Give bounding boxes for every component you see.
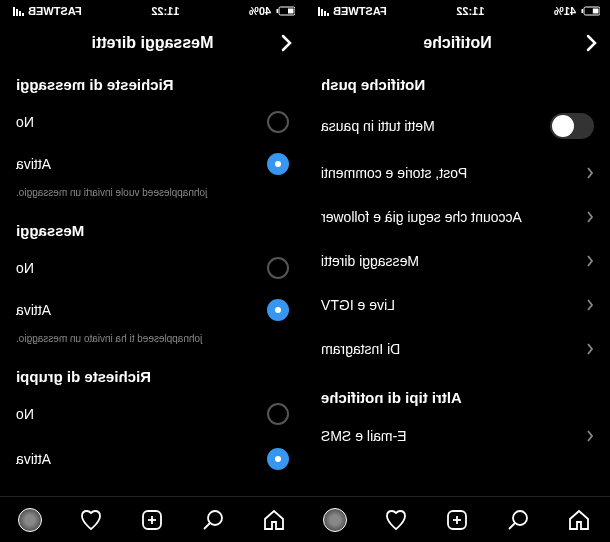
bottom-nav bbox=[305, 496, 610, 542]
hint-text: johnappleseed ti ha inviato un messaggio… bbox=[0, 331, 305, 356]
status-bar: 41% 11:22 FASTWEB bbox=[305, 0, 610, 22]
svg-rect-16 bbox=[324, 11, 326, 16]
section-richieste: Richieste di messaggi bbox=[0, 64, 305, 101]
chevron-right-icon bbox=[586, 210, 594, 224]
chevron-right-icon bbox=[586, 298, 594, 312]
battery-icon bbox=[275, 6, 295, 16]
chevron-right-icon bbox=[586, 429, 594, 443]
messages-screen: 40% 11:22 FASTWEB Messaggi diretti Richi… bbox=[0, 0, 305, 542]
svg-rect-2 bbox=[277, 9, 279, 13]
svg-point-7 bbox=[209, 511, 223, 525]
radio-label: No bbox=[16, 114, 34, 130]
radio-checked[interactable] bbox=[267, 153, 289, 175]
svg-point-19 bbox=[514, 511, 528, 525]
section-messaggi: Messaggi bbox=[0, 210, 305, 247]
svg-line-20 bbox=[510, 523, 516, 529]
radio-unchecked[interactable] bbox=[267, 257, 289, 279]
battery-percent: 41% bbox=[554, 5, 576, 17]
screen-header: Messaggi diretti bbox=[0, 22, 305, 64]
status-time: 11:22 bbox=[151, 5, 179, 17]
bottom-nav bbox=[0, 496, 305, 542]
row-direct-messages[interactable]: Messaggi diretti bbox=[305, 239, 610, 283]
page-title: Messaggi diretti bbox=[0, 34, 305, 52]
radio-row-no[interactable]: No bbox=[0, 393, 305, 435]
avatar-icon bbox=[19, 508, 43, 532]
row-live-igtv[interactable]: Live e IGTV bbox=[305, 283, 610, 327]
signal-icon bbox=[315, 6, 329, 16]
radio-unchecked[interactable] bbox=[267, 403, 289, 425]
svg-rect-5 bbox=[16, 9, 18, 16]
status-time: 11:22 bbox=[456, 5, 484, 17]
carrier-name: FASTWEB bbox=[28, 5, 82, 17]
nav-home[interactable] bbox=[560, 500, 600, 540]
nav-home[interactable] bbox=[255, 500, 295, 540]
row-label: E-mail e SMS bbox=[321, 428, 407, 444]
carrier-name: FASTWEB bbox=[333, 5, 387, 17]
nav-search[interactable] bbox=[499, 500, 539, 540]
row-label: Post, storie e commenti bbox=[321, 165, 467, 181]
radio-row-attiva[interactable]: Attiva bbox=[0, 435, 305, 475]
nav-add[interactable] bbox=[438, 500, 478, 540]
radio-label: No bbox=[16, 406, 34, 422]
battery-icon bbox=[580, 6, 600, 16]
svg-rect-3 bbox=[22, 13, 24, 16]
section-other: Altri tipi di notifiche bbox=[305, 371, 610, 414]
svg-rect-13 bbox=[593, 9, 599, 14]
radio-label: No bbox=[16, 260, 34, 276]
content-area: Notifiche push Metti tutti in pausa Post… bbox=[305, 64, 610, 496]
row-pause-all[interactable]: Metti tutti in pausa bbox=[305, 101, 610, 151]
row-label: Messaggi diretti bbox=[321, 253, 419, 269]
section-gruppi: Richieste di gruppi bbox=[0, 356, 305, 393]
svg-rect-1 bbox=[288, 9, 294, 14]
row-from-instagram[interactable]: Di Instagram bbox=[305, 327, 610, 371]
back-button[interactable] bbox=[586, 34, 598, 52]
radio-unchecked[interactable] bbox=[267, 111, 289, 133]
battery-percent: 40% bbox=[249, 5, 271, 17]
row-posts[interactable]: Post, storie e commenti bbox=[305, 151, 610, 195]
status-bar: 40% 11:22 FASTWEB bbox=[0, 0, 305, 22]
notifications-screen: 41% 11:22 FASTWEB Notifiche Notifiche pu… bbox=[305, 0, 610, 542]
row-label: Metti tutti in pausa bbox=[321, 118, 435, 134]
svg-rect-15 bbox=[327, 13, 329, 16]
svg-rect-17 bbox=[321, 9, 323, 16]
radio-row-no[interactable]: No bbox=[0, 101, 305, 143]
hint-text: johnappleseed vuole inviarti un messaggi… bbox=[0, 185, 305, 210]
radio-checked[interactable] bbox=[267, 299, 289, 321]
svg-rect-6 bbox=[13, 7, 15, 16]
toggle-switch[interactable] bbox=[550, 113, 594, 139]
radio-row-attiva[interactable]: Attiva bbox=[0, 289, 305, 331]
row-accounts[interactable]: Account che segui già e follower bbox=[305, 195, 610, 239]
nav-activity[interactable] bbox=[377, 500, 417, 540]
row-label: Account che segui già e follower bbox=[321, 209, 522, 225]
row-label: Live e IGTV bbox=[321, 297, 395, 313]
radio-row-attiva[interactable]: Attiva bbox=[0, 143, 305, 185]
radio-label: Attiva bbox=[16, 451, 51, 467]
chevron-right-icon bbox=[586, 254, 594, 268]
nav-profile[interactable] bbox=[11, 500, 51, 540]
chevron-right-icon bbox=[586, 342, 594, 356]
nav-add[interactable] bbox=[133, 500, 173, 540]
row-email-sms[interactable]: E-mail e SMS bbox=[305, 414, 610, 458]
radio-checked[interactable] bbox=[267, 448, 289, 470]
radio-label: Attiva bbox=[16, 156, 51, 172]
avatar-icon bbox=[324, 508, 348, 532]
section-push: Notifiche push bbox=[305, 64, 610, 101]
svg-rect-4 bbox=[19, 11, 21, 16]
chevron-right-icon bbox=[586, 166, 594, 180]
radio-row-no[interactable]: No bbox=[0, 247, 305, 289]
page-title: Notifiche bbox=[305, 34, 610, 52]
nav-profile[interactable] bbox=[316, 500, 356, 540]
radio-label: Attiva bbox=[16, 302, 51, 318]
toggle-knob bbox=[552, 115, 574, 137]
row-label: Di Instagram bbox=[321, 341, 400, 357]
nav-activity[interactable] bbox=[72, 500, 112, 540]
svg-rect-18 bbox=[318, 7, 320, 16]
content-area: Richieste di messaggi No Attiva johnappl… bbox=[0, 64, 305, 496]
svg-rect-14 bbox=[582, 9, 584, 13]
svg-line-8 bbox=[205, 523, 211, 529]
signal-icon bbox=[10, 6, 24, 16]
screen-header: Notifiche bbox=[305, 22, 610, 64]
nav-search[interactable] bbox=[194, 500, 234, 540]
back-button[interactable] bbox=[281, 34, 293, 52]
